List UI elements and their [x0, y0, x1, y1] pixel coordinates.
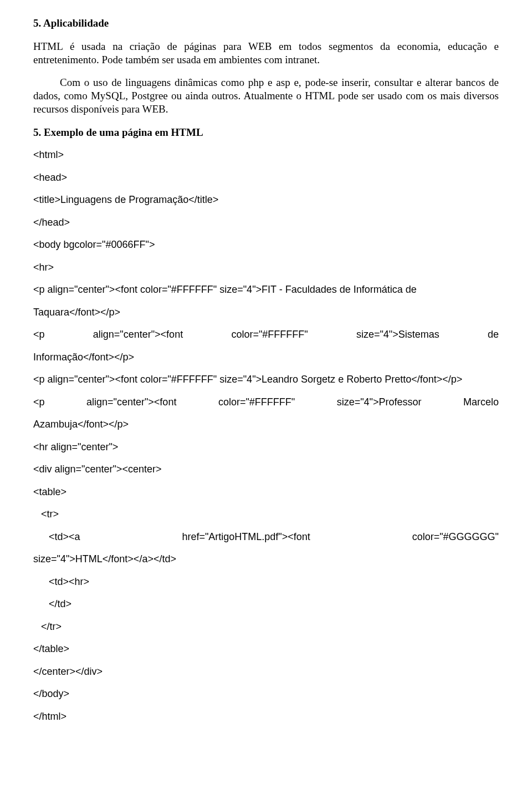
code-line: </html> — [33, 710, 499, 723]
code-segment: href="ArtigoHTML.pdf"><font — [182, 531, 310, 543]
code-line: <body bgcolor="#0066FF"> — [33, 238, 499, 251]
code-segment: <td><a — [49, 531, 80, 543]
code-line: </head> — [33, 216, 499, 229]
code-line: Taquara</font></p> — [33, 306, 499, 319]
code-line: </table> — [33, 643, 499, 655]
code-line: <p align="center"><font color="#FFFFFF" … — [33, 283, 499, 296]
code-segment: align="center"><font — [86, 396, 176, 409]
section-heading-exemplo: 5. Exemplo de uma página em HTML — [33, 126, 499, 139]
code-line: </td> — [33, 598, 499, 610]
code-segment: color="#GGGGGG" — [412, 531, 499, 543]
code-line: <p align="center"><font color="#FFFFFF" … — [33, 396, 499, 409]
code-line: <table> — [33, 486, 499, 498]
code-line: <hr align="center"> — [33, 441, 499, 454]
code-segment: Marcelo — [463, 396, 499, 409]
code-segment: color="#FFFFFF" — [231, 328, 308, 341]
code-line: <div align="center"><center> — [33, 463, 499, 476]
code-line: <td><a href="ArtigoHTML.pdf"><font color… — [33, 531, 499, 543]
code-line: <td><hr> — [33, 576, 499, 588]
code-line: </center></div> — [33, 665, 499, 678]
code-line: <head> — [33, 171, 499, 184]
code-line: </tr> — [33, 620, 499, 633]
code-line: size="4">HTML</font></a></td> — [33, 553, 499, 566]
code-line: <tr> — [33, 508, 499, 521]
code-line: <html> — [33, 149, 499, 161]
code-line: Informação</font></p> — [33, 351, 499, 364]
code-segment: size="4">Professor — [337, 396, 422, 409]
code-segment: <p — [33, 396, 45, 409]
code-segment: size="4">Sistemas — [356, 328, 439, 341]
code-line: Azambuja</font></p> — [33, 418, 499, 431]
code-line: <p align="center"><font color="#FFFFFF" … — [33, 373, 499, 386]
section-heading-aplicabilidade: 5. Aplicabilidade — [33, 17, 499, 30]
paragraph-1: HTML é usada na criação de páginas para … — [33, 40, 499, 67]
code-line: </body> — [33, 688, 499, 700]
code-line: <p align="center"><font color="#FFFFFF" … — [33, 328, 499, 341]
code-segment: <p — [33, 328, 45, 341]
code-line: <title>Linguagens de Programação</title> — [33, 194, 499, 206]
code-segment: color="#FFFFFF" — [218, 396, 295, 409]
code-line: <hr> — [33, 261, 499, 274]
code-segment: de — [488, 328, 499, 341]
code-segment: align="center"><font — [93, 328, 183, 341]
paragraph-2: Com o uso de linguagens dinâmicas como p… — [33, 76, 499, 115]
